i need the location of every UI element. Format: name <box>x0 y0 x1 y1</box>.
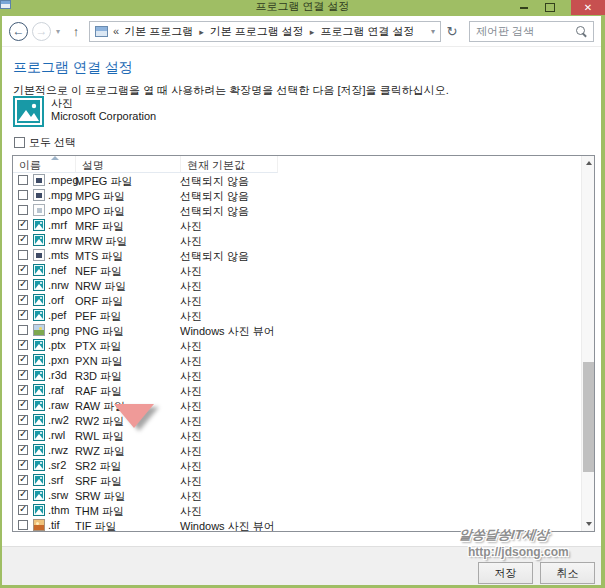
up-arrow-icon: ↑ <box>73 24 80 39</box>
file-list-rows: .mpegMPEG 파일선택되지 않음.mpgMPG 파일선택되지 않음.mpo… <box>13 173 581 531</box>
back-button[interactable]: ← <box>9 22 28 41</box>
row-checkbox[interactable] <box>18 385 28 395</box>
row-checkbox[interactable] <box>18 310 28 320</box>
row-checkbox[interactable] <box>18 505 28 515</box>
table-row[interactable]: .sr2SR2 파일사진 <box>13 458 581 473</box>
row-checkbox[interactable] <box>18 340 28 350</box>
row-checkbox[interactable] <box>18 355 28 365</box>
column-header-name[interactable]: 이름 <box>13 156 76 173</box>
table-row[interactable]: .pxnPXN 파일사진 <box>13 353 581 368</box>
column-header-current-default[interactable]: 현재 기본값 <box>181 156 278 173</box>
row-checkbox[interactable] <box>18 475 28 485</box>
refresh-button[interactable]: ↻ <box>441 24 463 39</box>
address-dropdown-icon[interactable]: ▾ <box>431 27 435 36</box>
address-bar[interactable]: « 기본 프로그램기본 프로그램 설정프로그램 연결 설정 ▾ <box>89 21 441 42</box>
column-header-blank <box>278 156 581 173</box>
photo-file-icon <box>33 309 45 321</box>
forward-button[interactable]: → <box>32 22 51 41</box>
row-checkbox[interactable] <box>18 235 28 245</box>
row-extension: .sr2 <box>48 459 66 471</box>
row-checkbox[interactable] <box>18 220 28 230</box>
search-placeholder: 제어판 검색 <box>476 24 575 39</box>
photo-file-icon <box>33 474 45 486</box>
row-checkbox[interactable] <box>18 325 28 335</box>
row-checkbox[interactable] <box>18 205 28 215</box>
close-button[interactable] <box>571 0 605 15</box>
table-row[interactable]: .pngPNG 파일Windows 사진 뷰어 <box>13 323 581 338</box>
row-description: ORF 파일 <box>75 294 123 309</box>
breadcrumb-overflow-chevron[interactable]: « <box>113 25 119 37</box>
select-all-label: 모두 선택 <box>29 135 76 150</box>
row-current-default: 사진 <box>180 384 202 399</box>
row-checkbox[interactable] <box>18 280 28 290</box>
breadcrumb-item-2[interactable]: 프로그램 연결 설정 <box>304 24 415 39</box>
row-extension: .raw <box>48 399 69 411</box>
row-description: SRW 파일 <box>75 489 126 504</box>
scroll-up-icon[interactable] <box>582 156 595 170</box>
table-row[interactable]: .thmTHM 파일사진 <box>13 503 581 518</box>
row-checkbox[interactable] <box>18 520 28 530</box>
row-checkbox[interactable] <box>18 190 28 200</box>
recent-pages-dropdown[interactable]: ▾ <box>53 27 63 36</box>
select-all-row: 모두 선택 <box>14 135 76 150</box>
row-checkbox[interactable] <box>18 175 28 185</box>
table-row[interactable]: .mrfMRF 파일사진 <box>13 218 581 233</box>
scrollbar-thumb[interactable] <box>583 362 594 472</box>
table-row[interactable]: .rawRAW 파일사진 <box>13 398 581 413</box>
photo-file-icon <box>33 399 45 411</box>
table-row[interactable]: .rwzRWZ 파일사진 <box>13 443 581 458</box>
row-checkbox[interactable] <box>18 460 28 470</box>
row-checkbox[interactable] <box>18 295 28 305</box>
row-checkbox[interactable] <box>18 490 28 500</box>
table-row[interactable]: .rw2RW2 파일사진 <box>13 413 581 428</box>
row-current-default: 선택되지 않음 <box>180 249 249 264</box>
refresh-icon: ↻ <box>447 24 458 39</box>
table-row[interactable]: .r3dR3D 파일사진 <box>13 368 581 383</box>
table-row[interactable]: .srwSRW 파일사진 <box>13 488 581 503</box>
search-input[interactable]: 제어판 검색 <box>469 21 594 42</box>
table-row[interactable]: .srfSRF 파일사진 <box>13 473 581 488</box>
breadcrumb-item-1[interactable]: 기본 프로그램 설정 <box>193 24 304 39</box>
table-row[interactable]: .mpoMPO 파일선택되지 않음 <box>13 203 581 218</box>
row-current-default: 사진 <box>180 429 202 444</box>
row-checkbox[interactable] <box>18 265 28 275</box>
row-extension: .png <box>48 324 69 336</box>
row-checkbox[interactable] <box>18 370 28 380</box>
row-checkbox[interactable] <box>18 400 28 410</box>
breadcrumb-item-0[interactable]: 기본 프로그램 <box>124 24 193 39</box>
maximize-button[interactable] <box>541 0 559 15</box>
table-row[interactable]: .mpgMPG 파일선택되지 않음 <box>13 188 581 203</box>
row-checkbox[interactable] <box>18 250 28 260</box>
select-all-checkbox[interactable] <box>14 137 25 148</box>
table-row[interactable]: .mtsMTS 파일선택되지 않음 <box>13 248 581 263</box>
vertical-scrollbar[interactable] <box>581 156 594 531</box>
up-button[interactable]: ↑ <box>67 24 85 39</box>
scroll-down-icon[interactable] <box>582 517 595 531</box>
app-name: 사진 <box>51 97 156 110</box>
table-row[interactable]: .nefNEF 파일사진 <box>13 263 581 278</box>
save-button[interactable]: 저장 <box>478 562 533 584</box>
row-description: SR2 파일 <box>75 459 121 474</box>
row-description: MRF 파일 <box>75 219 124 234</box>
minimize-button[interactable] <box>515 0 533 15</box>
row-checkbox[interactable] <box>18 430 28 440</box>
photo-file-icon <box>33 279 45 291</box>
table-row[interactable]: .mrwMRW 파일사진 <box>13 233 581 248</box>
photo-file-icon <box>33 489 45 501</box>
row-description: MPEG 파일 <box>75 174 132 189</box>
column-header-description[interactable]: 설명 <box>76 156 181 173</box>
cancel-button[interactable]: 취소 <box>540 562 595 584</box>
photos-app-icon <box>13 96 44 127</box>
table-row[interactable]: .rafRAF 파일사진 <box>13 383 581 398</box>
table-row[interactable]: .nrwNRW 파일사진 <box>13 278 581 293</box>
search-icon <box>575 25 587 37</box>
table-row[interactable]: .orfORF 파일사진 <box>13 293 581 308</box>
row-description: RAF 파일 <box>75 384 122 399</box>
table-row[interactable]: .rwlRWL 파일사진 <box>13 428 581 443</box>
table-row[interactable]: .ptxPTX 파일사진 <box>13 338 581 353</box>
row-current-default: 사진 <box>180 294 202 309</box>
table-row[interactable]: .mpegMPEG 파일선택되지 않음 <box>13 173 581 188</box>
row-checkbox[interactable] <box>18 415 28 425</box>
table-row[interactable]: .pefPEF 파일사진 <box>13 308 581 323</box>
row-checkbox[interactable] <box>18 445 28 455</box>
